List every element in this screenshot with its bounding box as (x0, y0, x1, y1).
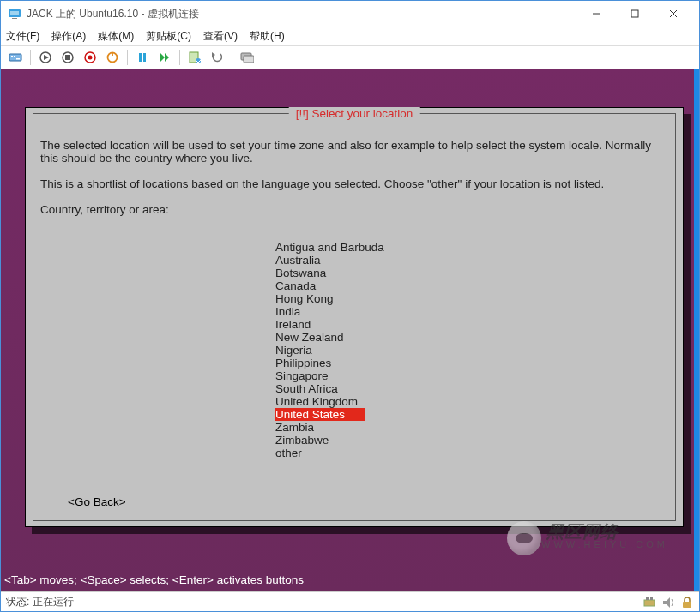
menu-clip[interactable]: 剪贴板(C) (146, 29, 191, 44)
location-option[interactable]: Canada (275, 279, 668, 292)
svg-rect-1 (10, 11, 19, 15)
menubar: 文件(F) 操作(A) 媒体(M) 剪贴板(C) 查看(V) 帮助(H) (1, 27, 699, 45)
window-title: JACK 上的 Ubuntu16.10 - 虚拟机连接 (27, 7, 199, 21)
save-button[interactable] (103, 48, 122, 67)
svg-rect-20 (143, 53, 146, 62)
location-option[interactable]: Philippines (275, 357, 668, 369)
svg-rect-2 (12, 18, 17, 19)
pause-button[interactable] (133, 48, 152, 67)
statusbar: 状态: 正在运行 (1, 591, 699, 612)
menu-view[interactable]: 查看(V) (203, 29, 238, 44)
location-option[interactable]: United Kingdom (275, 395, 668, 408)
dialog-prompt: Country, territory or area: (40, 203, 169, 216)
svg-rect-14 (65, 55, 70, 60)
lock-icon (680, 596, 694, 609)
svg-rect-4 (631, 10, 638, 17)
go-back-button[interactable]: <Go Back> (68, 495, 126, 508)
location-option[interactable]: Botswana (275, 267, 668, 279)
svg-rect-30 (650, 597, 653, 600)
location-list[interactable]: Antigua and BarbudaAustraliaBotswanaCana… (275, 241, 668, 459)
location-option[interactable]: Zimbabwe (275, 434, 668, 447)
svg-rect-29 (646, 597, 649, 600)
svg-marker-31 (663, 597, 670, 608)
svg-rect-10 (16, 58, 20, 60)
location-option[interactable]: South Africa (275, 382, 668, 395)
reset-button[interactable] (155, 48, 174, 67)
svg-rect-8 (11, 56, 13, 57)
watermark-text: 黑区网络 (546, 525, 668, 538)
start-button[interactable] (36, 48, 55, 67)
location-option[interactable]: Australia (275, 254, 668, 267)
svg-rect-32 (683, 602, 691, 608)
turnoff-button[interactable] (58, 48, 77, 67)
minimize-button[interactable] (576, 1, 615, 27)
location-option[interactable]: Zambia (275, 421, 668, 434)
svg-rect-9 (14, 56, 15, 57)
svg-marker-22 (165, 53, 169, 62)
ctrl-alt-del-button[interactable] (6, 48, 25, 67)
dialog-para1: The selected location will be used to se… (40, 139, 655, 165)
checkpoint-button[interactable] (185, 48, 204, 67)
watermark-sub: WWW.HEIYU.COM (541, 538, 668, 551)
svg-rect-19 (139, 53, 142, 62)
status-label: 状态: (6, 595, 29, 609)
menu-action[interactable]: 操作(A) (51, 29, 86, 44)
menu-help[interactable]: 帮助(H) (250, 29, 285, 44)
svg-marker-12 (44, 55, 49, 60)
speaker-icon (661, 596, 675, 609)
menu-media[interactable]: 媒体(M) (98, 29, 134, 44)
maximize-button[interactable] (615, 1, 654, 27)
revert-button[interactable] (208, 48, 226, 67)
svg-marker-21 (160, 53, 165, 62)
enhanced-session-button[interactable] (238, 48, 256, 67)
toolbar (1, 45, 699, 69)
svg-rect-28 (644, 600, 655, 606)
svg-rect-27 (244, 56, 254, 63)
location-option[interactable]: other (275, 447, 668, 459)
svg-point-16 (88, 56, 93, 60)
location-option[interactable]: United States (275, 408, 668, 421)
nic-icon (643, 596, 656, 609)
watermark-logo: 黑区网络 WWW.HEIYU.COM (507, 521, 687, 555)
installer-dialog: [!!] Select your location The selected l… (25, 107, 684, 527)
dialog-title: [!!] Select your location (289, 107, 420, 120)
location-option[interactable]: Nigeria (275, 344, 668, 357)
close-button[interactable] (654, 1, 692, 27)
location-option[interactable]: New Zealand (275, 331, 668, 344)
host-edge (694, 69, 699, 591)
location-option[interactable]: India (275, 305, 668, 318)
dialog-para2: This is a shortlist of locations based o… (40, 177, 604, 190)
vm-display[interactable]: [!!] Select your location The selected l… (1, 69, 699, 591)
app-icon (8, 7, 21, 21)
location-option[interactable]: Singapore (275, 369, 668, 382)
menu-file[interactable]: 文件(F) (6, 29, 39, 44)
shutdown-button[interactable] (81, 48, 100, 67)
dialog-body: The selected location will be used to se… (40, 126, 668, 485)
window-titlebar: JACK 上的 Ubuntu16.10 - 虚拟机连接 (1, 1, 699, 27)
location-option[interactable]: Ireland (275, 318, 668, 331)
status-value: 正在运行 (33, 595, 74, 609)
location-option[interactable]: Antigua and Barbuda (275, 241, 668, 254)
location-option[interactable]: Hong Kong (275, 292, 668, 305)
tui-hint: <Tab> moves; <Space> selects; <Enter> ac… (4, 573, 304, 586)
